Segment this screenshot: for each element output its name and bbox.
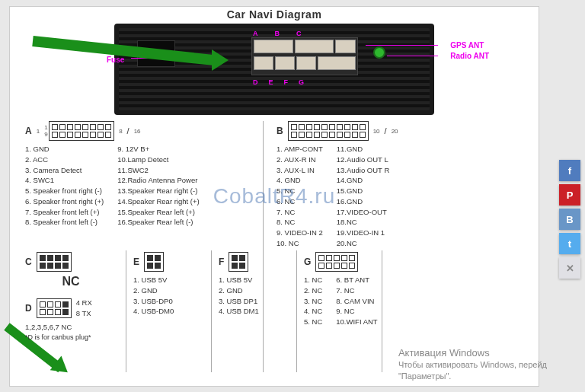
diagram-page: Car Navi Diagram Fuse GPS ANT Radio ANT … (9, 6, 539, 387)
connector-c: C NC (25, 252, 117, 288)
pinout-section: A 1 1 9 8/16 1. GND2. ACC3. Camera Detec… (25, 121, 523, 378)
connector-b: B 10/20 1. AMP-CONT2. AUX-R IN3. AUX-L I… (277, 121, 505, 249)
page-title: Car Navi Diagram (10, 7, 539, 24)
radio-ant-port (373, 46, 385, 59)
connector-e: E 1. USB 5V2. GND3. USB-DP04. USB-DM0 (133, 252, 209, 317)
fuse-label: Fuse (107, 56, 124, 64)
connector-b-pins-right: 11.GND12.Audio OUT L13.Audio OUT R14.GND… (337, 144, 390, 249)
facebook-share-button[interactable]: f (559, 160, 580, 181)
connector-a-pins-left: 1. GND2. ACC3. Camera Detect4. SWC15. Sp… (25, 144, 104, 228)
connector-g: G 1. NC2. NC3. NC4. NC5. NC 6. BT ANT7. … (304, 252, 494, 327)
connector-a-pins-right: 9. 12V B+10.Lamp Detect11.SWC212.Radio A… (117, 144, 199, 228)
connector-f: F 1. USB 5V2. GND3. USB DP14. USB DM1 (219, 252, 295, 317)
connector-area (251, 37, 358, 75)
connector-a: A 1 1 9 8/16 1. GND2. ACC3. Camera Detec… (25, 121, 254, 228)
connector-d: D 4 RX8 TX 1,2,3,5,6,7 NC *D is for canb… (25, 298, 124, 341)
antenna-labels: GPS ANT Radio ANT (450, 40, 489, 62)
close-sidebar-button[interactable]: ✕ (559, 257, 580, 279)
connector-bottom-labels: DEFG (253, 78, 304, 86)
share-sidebar: f P B t ✕ (559, 160, 580, 279)
head-unit-photo: Fuse GPS ANT Radio ANT ABC DEFG (114, 24, 434, 115)
twitter-share-button[interactable]: t (559, 233, 580, 254)
windows-activation-notice: Активация Windows Чтобы активировать Win… (398, 347, 547, 381)
connector-b-pins-left: 1. AMP-CONT2. AUX-R IN3. AUX-L IN4. GND5… (277, 144, 323, 249)
vk-share-button[interactable]: B (559, 209, 580, 230)
connector-top-labels: ABC (253, 30, 302, 37)
pinterest-share-button[interactable]: P (559, 184, 580, 206)
